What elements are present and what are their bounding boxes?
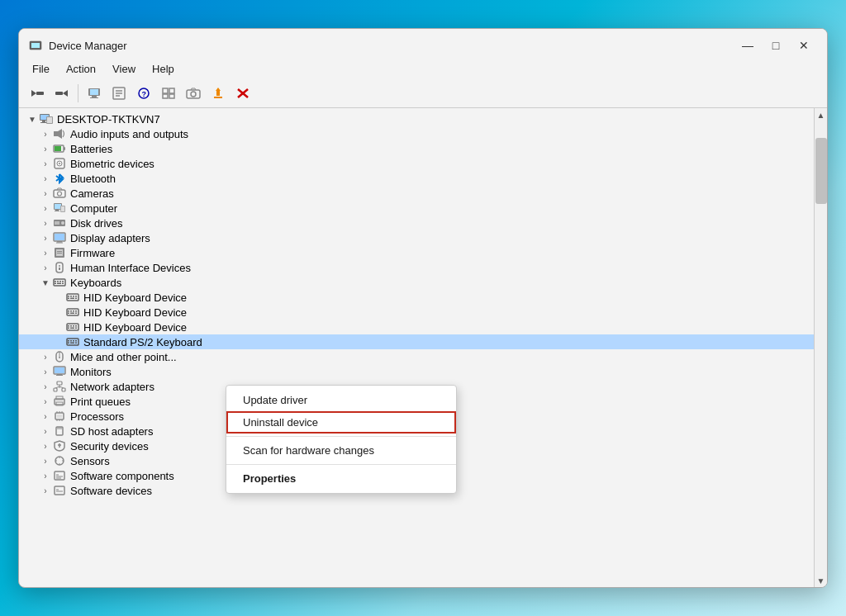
- tree-item-hid-kb1[interactable]: › HID Keyboard Device: [19, 290, 814, 305]
- expand-processors[interactable]: ›: [39, 410, 52, 423]
- computer-label: Computer: [70, 202, 117, 215]
- tree-item-mice[interactable]: › Mice and other point...: [19, 349, 814, 364]
- context-properties[interactable]: Properties: [226, 467, 456, 490]
- tree-item-bluetooth[interactable]: › Bluetooth: [19, 171, 814, 186]
- scroll-track[interactable]: [815, 121, 828, 574]
- computer-button[interactable]: [83, 83, 106, 104]
- menu-help[interactable]: Help: [145, 60, 181, 78]
- uninstall-toolbar-button[interactable]: [231, 83, 254, 104]
- scan-button[interactable]: [157, 83, 180, 104]
- expand-sd[interactable]: ›: [39, 424, 52, 438]
- svg-rect-108: [62, 388, 65, 391]
- print-icon: [52, 395, 67, 408]
- update-driver-toolbar-button[interactable]: [207, 83, 230, 104]
- scroll-up-button[interactable]: ▲: [815, 108, 828, 121]
- scroll-thumb[interactable]: [815, 138, 827, 204]
- svg-rect-28: [47, 117, 52, 123]
- properties-button[interactable]: [107, 83, 131, 104]
- tree-item-biometric[interactable]: › Biometric devices: [19, 156, 814, 171]
- menu-file[interactable]: File: [26, 60, 56, 78]
- menu-bar: File Action View Help: [19, 59, 827, 79]
- menu-action[interactable]: Action: [59, 60, 102, 78]
- sensors-icon: [52, 454, 67, 467]
- expand-display[interactable]: ›: [39, 231, 52, 244]
- hid-kb2-label: HID Keyboard Device: [83, 306, 187, 319]
- svg-rect-47: [55, 221, 59, 225]
- expand-root[interactable]: ▼: [26, 112, 39, 126]
- tree-item-audio[interactable]: › Audio inputs and outputs: [19, 126, 814, 141]
- expand-cameras[interactable]: ›: [39, 187, 52, 200]
- expand-security[interactable]: ›: [39, 439, 52, 453]
- expand-software-dev[interactable]: ›: [39, 484, 52, 497]
- help-button[interactable]: ?: [132, 83, 155, 104]
- expand-hid[interactable]: ›: [39, 261, 52, 274]
- svg-rect-95: [75, 340, 77, 342]
- svg-rect-78: [73, 310, 74, 312]
- svg-rect-68: [68, 296, 69, 297]
- back-button[interactable]: [26, 83, 49, 104]
- bluetooth-icon: [52, 172, 67, 185]
- svg-rect-42: [55, 211, 59, 211]
- computer-icon: [39, 112, 54, 126]
- svg-rect-104: [57, 374, 62, 375]
- maximize-button[interactable]: □: [763, 36, 789, 55]
- svg-rect-16: [163, 94, 168, 98]
- expand-bluetooth[interactable]: ›: [39, 172, 52, 185]
- tree-item-firmware[interactable]: › Firmware: [19, 245, 814, 260]
- window-title: Device Manager: [49, 40, 127, 52]
- keyboard-device-icon-2: [65, 306, 80, 319]
- svg-rect-107: [54, 388, 57, 391]
- tree-item-batteries[interactable]: › Batteries: [19, 141, 814, 156]
- tree-item-hid-kb2[interactable]: › HID Keyboard Device: [19, 305, 814, 320]
- tree-item-display[interactable]: › Display adapters: [19, 230, 814, 245]
- keyboard-device-icon-3: [65, 320, 80, 334]
- expand-batteries[interactable]: ›: [39, 142, 52, 155]
- svg-rect-2: [36, 92, 44, 95]
- expand-firmware[interactable]: ›: [39, 246, 52, 259]
- svg-point-36: [59, 163, 60, 164]
- expand-sensors[interactable]: ›: [39, 454, 52, 467]
- context-update-driver[interactable]: Update driver: [226, 389, 456, 411]
- expand-biometric[interactable]: ›: [39, 157, 52, 170]
- svg-rect-76: [68, 310, 69, 312]
- tree-item-hid-kb3[interactable]: › HID Keyboard Device: [19, 320, 814, 334]
- scrollbar[interactable]: ▲ ▼: [814, 108, 827, 587]
- menu-view[interactable]: View: [106, 60, 142, 78]
- expand-software-comp[interactable]: ›: [39, 469, 52, 482]
- forward-button[interactable]: [50, 83, 74, 104]
- context-uninstall-device[interactable]: Uninstall device: [226, 411, 456, 434]
- tree-item-disk[interactable]: › Disk drives: [19, 216, 814, 230]
- expand-computer[interactable]: ›: [39, 201, 52, 215]
- audio-icon: [52, 127, 67, 140]
- expand-monitors[interactable]: ›: [39, 365, 52, 378]
- svg-line-111: [59, 386, 64, 388]
- device-tree[interactable]: ▼ DESKTOP-TKTKVN7 › Audio inputs and out…: [19, 108, 814, 587]
- tree-item-keyboards[interactable]: ▼ Keyboards: [19, 275, 814, 290]
- svg-rect-106: [57, 381, 62, 385]
- expand-print[interactable]: ›: [39, 395, 52, 408]
- expand-keyboards[interactable]: ▼: [39, 276, 52, 289]
- toolbar-separator-1: [78, 84, 78, 102]
- tree-item-root[interactable]: ▼ DESKTOP-TKTKVN7: [19, 111, 814, 126]
- tree-item-computer[interactable]: › Computer: [19, 201, 814, 216]
- tree-item-monitors[interactable]: › Monitors: [19, 364, 814, 379]
- processor-icon: [52, 410, 67, 423]
- tree-item-ps2-keyboard[interactable]: › Standard PS/2 Keyboard: [19, 334, 814, 349]
- biometric-label: Biometric devices: [70, 158, 154, 170]
- expand-mice[interactable]: ›: [39, 350, 52, 363]
- close-button[interactable]: ✕: [791, 36, 817, 55]
- audio-label: Audio inputs and outputs: [70, 128, 188, 140]
- camera-icon-button[interactable]: [182, 83, 205, 104]
- expand-audio[interactable]: ›: [39, 127, 52, 140]
- svg-rect-61: [57, 281, 59, 282]
- scroll-down-button[interactable]: ▼: [815, 574, 828, 587]
- expand-disk[interactable]: ›: [39, 216, 52, 230]
- minimize-button[interactable]: —: [734, 36, 761, 55]
- svg-rect-66: [62, 283, 64, 285]
- expand-network[interactable]: ›: [39, 380, 52, 393]
- root-label: DESKTOP-TKTKVN7: [57, 113, 160, 126]
- tree-item-hid[interactable]: › Human Interface Devices: [19, 260, 814, 275]
- context-scan-hardware[interactable]: Scan for hardware changes: [226, 439, 456, 462]
- computer-tree-icon: [52, 201, 67, 215]
- tree-item-cameras[interactable]: › Cameras: [19, 186, 814, 201]
